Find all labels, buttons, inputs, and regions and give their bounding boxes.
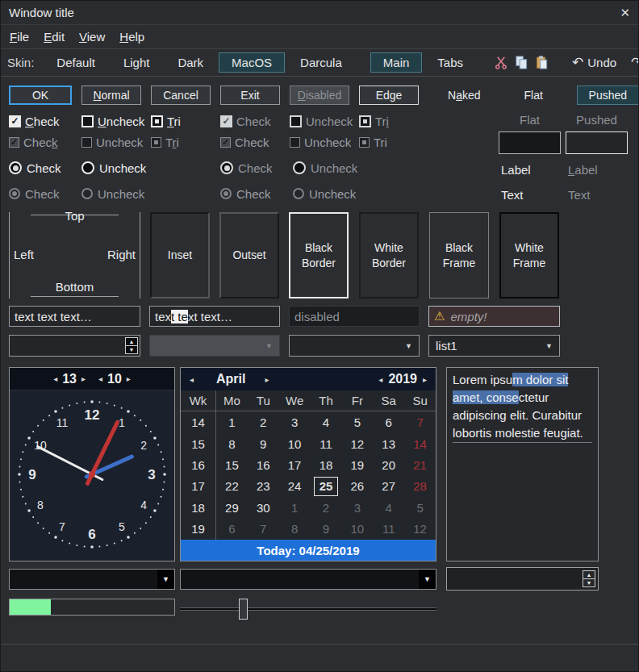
prev-month-icon[interactable]: ◂ xyxy=(188,375,195,384)
calendar-cell[interactable]: 28 xyxy=(404,476,436,497)
calendar-cell[interactable]: 26 xyxy=(341,476,373,497)
calendar-cell[interactable]: 3 xyxy=(341,497,373,518)
menu-item[interactable]: Help xyxy=(112,27,152,47)
prev-year-icon[interactable]: ◂ xyxy=(377,375,384,384)
textarea[interactable]: Lorem ipsum dolor sitamet, consecteturad… xyxy=(446,367,599,561)
bottom-spinbox[interactable]: ▲ ▼ xyxy=(446,567,599,591)
calendar-cell[interactable]: 20 xyxy=(373,454,404,475)
demo-button[interactable]: Naked xyxy=(445,86,484,105)
calendar-cell[interactable]: 12 xyxy=(404,519,436,540)
calendar-cell[interactable]: 6 xyxy=(373,411,404,432)
checkbox[interactable]: Uncheck xyxy=(81,115,151,128)
text-input-selected[interactable]: text text text… xyxy=(149,306,280,327)
spin-left-icon[interactable]: ◂ xyxy=(53,374,57,383)
skin-option-button[interactable]: Darcula xyxy=(287,52,355,73)
chevron-down-icon[interactable]: ▼ xyxy=(419,570,436,589)
close-icon[interactable]: ✕ xyxy=(606,6,630,20)
spin-left-icon[interactable]: ◂ xyxy=(98,374,102,383)
calendar-cell[interactable]: 1 xyxy=(279,497,311,518)
spin-down-button[interactable]: ▼ xyxy=(583,578,595,586)
spin-down-button[interactable]: ▼ xyxy=(126,345,137,353)
checkbox[interactable]: Tri xyxy=(151,115,220,128)
calendar-cell[interactable]: 13 xyxy=(373,433,404,454)
calendar-cell[interactable]: 29 xyxy=(216,497,248,518)
calendar-cell[interactable]: 10 xyxy=(279,433,311,454)
clock-spinner-1[interactable]: ◂ 13 ▸ xyxy=(53,372,86,386)
spin-right-icon[interactable]: ▸ xyxy=(81,374,86,383)
calendar-cell[interactable]: 16 xyxy=(248,454,279,475)
calendar-cell[interactable]: 19 xyxy=(341,454,373,475)
edit-box-dark[interactable] xyxy=(499,131,561,154)
checkbox[interactable]: Uncheck xyxy=(81,136,151,149)
checkbox[interactable]: Tri xyxy=(151,136,220,149)
combobox-list1[interactable]: list1 ▼ xyxy=(428,335,560,357)
calendar-cell[interactable]: 7 xyxy=(248,519,279,540)
calendar-cell[interactable]: 18 xyxy=(311,454,342,475)
menu-item[interactable]: Edit xyxy=(36,27,72,47)
view-option-button[interactable]: Tabs xyxy=(424,52,476,73)
calendar-cell[interactable]: 23 xyxy=(248,476,279,497)
calendar-cell[interactable]: 24 xyxy=(279,476,311,497)
calendar-cell[interactable]: 5 xyxy=(404,497,436,518)
calendar-cell[interactable]: 6 xyxy=(216,519,248,540)
menu-item[interactable]: File xyxy=(2,27,36,47)
skin-option-button[interactable]: Light xyxy=(111,52,163,73)
checkbox[interactable]: Check xyxy=(9,115,81,128)
calendar-cell[interactable]: 4 xyxy=(373,497,404,518)
chevron-down-icon[interactable]: ▼ xyxy=(157,570,174,589)
cut-icon[interactable] xyxy=(494,54,509,72)
today-bar[interactable]: Today: 04/25/2019 xyxy=(181,540,436,561)
demo-button[interactable]: Edge xyxy=(359,86,419,105)
spinbox[interactable]: ▲ ▼ xyxy=(9,335,140,357)
skin-option-button[interactable]: MacOS xyxy=(219,52,285,73)
calendar-cell[interactable]: 8 xyxy=(216,433,248,454)
calendar-cell[interactable]: 14 xyxy=(404,433,436,454)
calendar-cell[interactable]: 21 xyxy=(404,454,436,475)
skin-option-button[interactable]: Default xyxy=(44,52,108,73)
paste-icon[interactable] xyxy=(534,54,549,72)
demo-button[interactable]: OK xyxy=(9,86,72,105)
calendar-cell[interactable]: 11 xyxy=(373,519,404,540)
bottom-combobox-1[interactable]: ▼ xyxy=(9,569,175,590)
calendar-cell[interactable]: 27 xyxy=(373,476,404,497)
slider-handle[interactable] xyxy=(239,599,248,620)
calendar-cell[interactable]: 4 xyxy=(311,411,342,432)
calendar-cell[interactable]: 11 xyxy=(311,433,342,454)
demo-button[interactable]: Flat xyxy=(521,86,546,105)
calendar-cell[interactable]: 8 xyxy=(279,519,311,540)
calendar-cell[interactable]: 15 xyxy=(216,454,248,475)
slider-track[interactable] xyxy=(180,607,436,611)
text-input-error[interactable]: ⚠ empty! xyxy=(428,306,560,327)
copy-icon[interactable] xyxy=(514,54,529,72)
view-option-button[interactable]: Main xyxy=(370,52,423,73)
spin-right-icon[interactable]: ▸ xyxy=(127,374,131,383)
calendar-cell[interactable]: 12 xyxy=(341,433,373,454)
checkbox[interactable]: Check xyxy=(9,136,81,149)
skin-option-button[interactable]: Dark xyxy=(165,52,216,73)
menu-item[interactable]: View xyxy=(72,27,112,47)
redo-button[interactable]: ↷ Redo xyxy=(631,56,639,69)
combobox-empty[interactable]: ▼ xyxy=(289,335,420,357)
edit-box-light[interactable] xyxy=(566,131,628,154)
spin-up-button[interactable]: ▲ xyxy=(583,571,595,578)
demo-button[interactable]: Normal xyxy=(81,86,141,105)
radio-button[interactable]: Uncheck xyxy=(81,161,220,175)
calendar-cell[interactable]: 25 xyxy=(311,476,342,497)
calendar-cell[interactable]: 9 xyxy=(248,433,279,454)
demo-button[interactable]: Cancel xyxy=(151,86,211,105)
spin-up-button[interactable]: ▲ xyxy=(126,338,137,345)
calendar-cell[interactable]: 2 xyxy=(311,497,342,518)
calendar-cell[interactable]: 17 xyxy=(279,454,311,475)
next-year-icon[interactable]: ▸ xyxy=(421,375,428,384)
calendar-cell[interactable]: 30 xyxy=(248,497,279,518)
calendar-cell[interactable]: 2 xyxy=(248,411,279,432)
undo-button[interactable]: ↶ Undo xyxy=(572,56,616,69)
calendar-cell[interactable]: 1 xyxy=(216,411,248,432)
calendar-cell[interactable]: 5 xyxy=(341,411,373,432)
calendar-cell[interactable]: 9 xyxy=(311,519,342,540)
slider[interactable] xyxy=(180,598,436,620)
demo-button[interactable]: Pushed xyxy=(577,86,639,105)
bottom-combobox-2[interactable]: ▼ xyxy=(180,569,436,590)
radio-button[interactable]: Check xyxy=(9,161,81,175)
text-input-plain[interactable]: text text text… xyxy=(9,306,140,327)
